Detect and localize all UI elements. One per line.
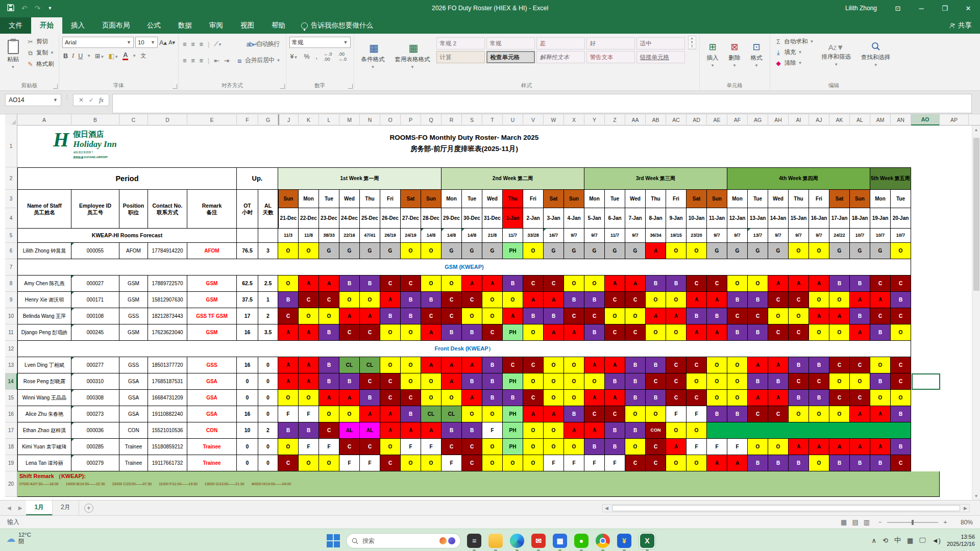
shift-cell-B[interactable]: B [503,390,523,406]
shift-cell-A[interactable]: A [278,357,299,373]
delete-cells-button[interactable]: ⊠删除▼ [725,36,745,73]
account-name[interactable]: Lilith Zhong [845,5,877,12]
shift-cell-C[interactable]: C [544,276,564,292]
shift-cell-C[interactable]: C [870,276,891,292]
shift-cell-C[interactable]: C [646,373,666,390]
shift-cell-O[interactable]: O [625,308,646,324]
date-cell-9-Jan[interactable]: 9-Jan [666,208,687,229]
shift-cell-A[interactable]: A [584,357,605,373]
row-header-14[interactable]: 14 [5,373,17,390]
shift-cell-O[interactable]: O [319,455,339,471]
font-dialog-launcher[interactable] [173,84,177,89]
date-cell-7-Jan[interactable]: 7-Jan [625,208,646,229]
shift-cell-O[interactable]: O [401,373,421,390]
shift-cell-AL[interactable]: AL [339,422,360,439]
shift-cell-A[interactable]: A [401,422,421,439]
employee-id-cell[interactable]: 000273 [71,406,119,422]
day-header-22-Dec[interactable]: Mon [299,190,319,208]
row-header-11[interactable]: 11 [5,324,17,341]
shift-cell-O[interactable]: O [462,406,482,422]
date-cell-24-Dec[interactable]: 24-Dec [339,208,360,229]
forecast-cell-30-Dec[interactable]: 14/8 [462,229,482,243]
borders-icon[interactable]: ⊞▼ [95,52,104,60]
shift-cell-A[interactable]: A [789,276,809,292]
shift-cell-A[interactable]: A [850,406,870,422]
shift-cell-C[interactable]: C [503,357,523,373]
position-cell[interactable]: AFOM [119,243,148,259]
shift-cell-O[interactable]: O [523,422,544,439]
sheet-nav-right-icon[interactable]: ▶ [15,505,26,511]
shift-cell-F[interactable]: F [339,455,360,471]
shift-cell-G[interactable]: G [584,243,605,259]
shift-cell-C[interactable]: C [442,439,462,455]
shift-cell-O[interactable]: O [482,292,503,308]
al-cell[interactable]: 0 [258,439,278,455]
remark-cell[interactable]: GSM [187,324,237,341]
copy-button[interactable]: ⧉复制 ▼ [25,48,56,58]
shift-cell-B[interactable]: B [748,373,768,390]
cell-style-链接单元格[interactable]: 链接单元格 [636,51,685,63]
cut-button[interactable]: ✂剪切 [25,37,56,46]
shift-cell-G[interactable]: G [442,243,462,259]
column-header-L[interactable]: L [319,114,339,126]
day-header-8-Jan[interactable]: Thu [646,190,666,208]
shift-cell-G[interactable]: G [564,243,584,259]
ot-cell[interactable]: 10 [237,422,258,439]
shift-cell-C[interactable]: C [401,390,421,406]
shift-cell-O[interactable]: O [319,406,339,422]
shift-cell-B[interactable]: B [646,357,666,373]
shift-cell-C[interactable]: C [646,439,666,455]
taskbar-app-chrome-icon[interactable] [596,534,610,548]
shift-cell-O[interactable]: O [809,406,829,422]
position-cell[interactable]: GSS [119,308,148,324]
cell-style-常规[interactable]: 常规 [486,37,535,49]
shift-cell-C[interactable]: C [462,455,482,471]
shift-cell-G[interactable]: G [605,243,625,259]
forecast-cell-29-Dec[interactable]: 14/8 [442,229,462,243]
shift-cell-O[interactable]: O [564,276,584,292]
column-title-0[interactable]: Name of Staff员工姓名 [17,190,71,229]
shift-cell-O[interactable]: O [850,373,870,390]
ribbon-tab-帮助[interactable]: 帮助 [263,17,294,34]
shift-cell-O[interactable]: O [564,439,584,455]
shift-cell-A[interactable]: A [666,308,687,324]
date-cell-21-Dec[interactable]: 21-Dec [278,208,299,229]
shift-cell-A[interactable]: A [666,439,687,455]
number-dialog-launcher[interactable] [348,84,353,89]
date-cell-2-Jan[interactable]: 2-Jan [523,208,544,229]
shift-cell-O[interactable]: O [625,406,646,422]
shift-cell-B[interactable]: B [564,406,584,422]
shift-cell-O[interactable]: O [666,243,687,259]
shift-cell-G[interactable]: G [850,243,870,259]
ot-cell[interactable]: 0 [237,455,258,471]
day-header-24-Dec[interactable]: Wed [339,190,360,208]
remark-cell[interactable]: GSM [187,292,237,308]
forecast-cell-22-Dec[interactable]: 11/8 [299,229,319,243]
formula-input[interactable] [112,94,972,113]
shift-cell-C[interactable]: C [360,373,380,390]
shift-cell-C[interactable]: C [442,308,462,324]
shift-cell-O[interactable]: O [727,357,748,373]
clipboard-dialog-launcher[interactable] [53,84,58,89]
merge-center-button[interactable]: ⧈合并后居中 ▼ [234,55,281,66]
decrease-indent-icon[interactable]: ⇤ [214,57,218,64]
shift-cell-A[interactable]: A [462,357,482,373]
restore-button[interactable]: ❐ [933,0,957,16]
forecast-cell-7-Jan[interactable]: 9/7 [625,229,646,243]
forecast-cell-21-Dec[interactable]: 11/3 [278,229,299,243]
shift-cell-O[interactable]: O [625,439,646,455]
shift-cell-A[interactable]: A [870,439,891,455]
contact-cell[interactable]: 17784914220 [148,243,187,259]
shift-cell-A[interactable]: A [544,406,564,422]
row-header-15[interactable]: 15 [5,390,17,406]
row-header-5[interactable]: 5 [5,229,17,243]
undo-icon[interactable]: ↶ [21,4,28,12]
shift-cell-B[interactable]: B [360,390,380,406]
ot-cell[interactable]: 16 [237,324,258,341]
shift-cell-A[interactable]: A [707,292,727,308]
shift-cell-C[interactable]: C [421,308,442,324]
volume-icon[interactable]: ◄) [932,537,941,544]
column-header-AC[interactable]: AC [666,114,687,126]
scroll-right-icon[interactable]: ▶ [962,506,969,511]
shift-cell-G[interactable]: G [625,243,646,259]
